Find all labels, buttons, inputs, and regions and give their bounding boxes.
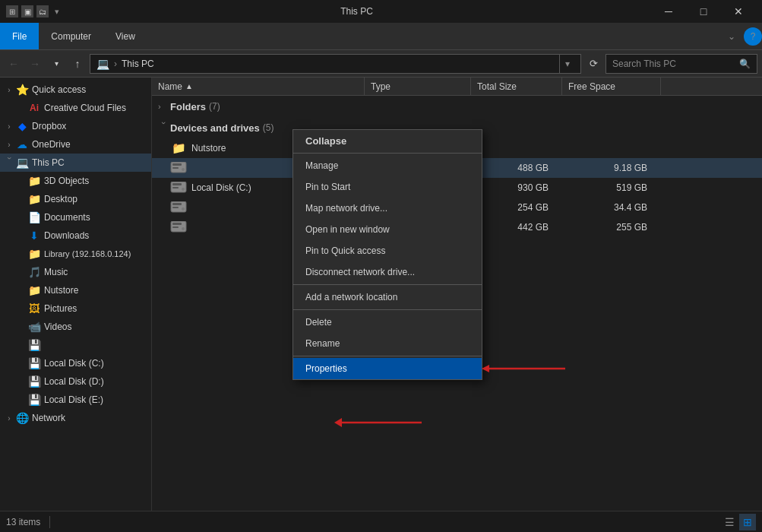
sidebar-item-local-d[interactable]: 💾 Local Disk (D:) [0,372,151,391]
address-path: 💻 › This PC [96,58,555,70]
sidebar-item-documents[interactable]: 📄 Documents [0,208,151,226]
sidebar-item-local-e[interactable]: 💾 Local Disk (E:) [0,391,151,409]
svg-point-7 [182,188,185,191]
documents-icon: 📄 [27,211,41,223]
context-menu-item-properties[interactable]: Properties [293,358,482,379]
sidebar-item-dropbox[interactable]: › ◆ Dropbox [0,117,151,135]
context-menu-item-map-network[interactable]: Map network drive... [293,198,482,219]
svg-point-3 [182,168,185,171]
library-icon: 📁 [27,248,41,260]
quick-access-icon: ⭐ [15,84,29,96]
up-button[interactable]: ↑ [68,55,87,73]
section-devices-count: (5) [263,122,274,133]
sidebar-label-dropbox: Dropbox [32,121,66,131]
refresh-button[interactable]: ⟳ [584,55,602,73]
section-folders-title: Folders [170,101,206,112]
sidebar-item-nutstore[interactable]: 📁 Nutstore [0,281,151,299]
context-menu-item-pin-quick[interactable]: Pin to Quick access [293,240,482,261]
drive-d-icon [170,201,187,214]
col-header-free[interactable]: Free Space [562,78,661,95]
drive-d-total: 254 GB [473,202,564,213]
col-header-name[interactable]: Name ▲ [152,78,365,95]
tab-computer[interactable]: Computer [39,23,103,49]
sidebar-item-drive-unknown[interactable]: 💾 [0,336,151,354]
drive-unknown-icon: 💾 [27,339,41,351]
section-folders-expand-icon: › [158,102,170,111]
path-arrow-icon: › [114,59,117,69]
detail-view-button[interactable]: ⊞ [739,514,756,530]
sidebar-item-quick-access[interactable]: › ⭐ Quick access [0,81,151,99]
section-folders[interactable]: › Folders (7) [152,96,762,117]
sidebar-item-this-pc[interactable]: › 💻 This PC [0,154,151,172]
sidebar-item-3d-objects[interactable]: 📁 3D Objects [0,172,151,190]
back-button[interactable]: ← [5,55,23,73]
col-header-type[interactable]: Type [365,78,471,95]
list-view-button[interactable]: ☰ [721,514,738,530]
sidebar-label-library: Library (192.168.0.124) [44,249,131,258]
title-bar: ⊞ ▣ 🗂 ▾ This PC ─ □ ✕ [0,0,762,23]
sidebar-label-local-e: Local Disk (E:) [44,394,103,405]
drive-e-icon [170,221,187,233]
svg-point-15 [182,227,185,230]
sort-arrow-name: ▲ [185,82,193,90]
sidebar-item-music[interactable]: 🎵 Music [0,263,151,281]
dropdown-recent-button[interactable]: ▾ [47,55,65,73]
sidebar-label-this-pc: This PC [32,157,65,168]
sidebar-item-pictures[interactable]: 🖼 Pictures [0,299,151,318]
path-this-pc: This PC [122,59,154,69]
ctx-separator-3 [293,309,482,310]
item-count: 13 items [6,517,40,527]
status-bar: 13 items ☰ ⊞ [0,511,762,532]
address-input[interactable]: 💻 › This PC ▾ [90,54,581,74]
forward-button[interactable]: → [26,55,44,73]
sidebar-item-local-c[interactable]: 💾 Local Disk (C:) [0,354,151,372]
title-bar-icons: ⊞ ▣ 🗂 ▾ [6,5,62,17]
search-icon: 🔍 [739,59,751,69]
search-box[interactable]: Search This PC 🔍 [605,54,757,74]
maximize-button[interactable]: □ [686,0,721,23]
expand-arrow-this-pc: › [5,157,14,169]
svg-rect-5 [172,183,182,185]
context-menu-item-rename[interactable]: Rename [293,333,482,354]
sidebar-item-onedrive[interactable]: › ☁ OneDrive [0,135,151,154]
context-menu-item-open-new[interactable]: Open in new window [293,219,482,240]
content-area: Name ▲ Type Total Size Free Space › Fold… [152,78,762,511]
3d-objects-icon: 📁 [27,175,41,187]
context-menu-item-add-location[interactable]: Add a network location [293,287,482,308]
sidebar-label-local-d: Local Disk (D:) [44,376,104,387]
drive-c-total: 930 GB [473,182,564,193]
context-menu-item-delete[interactable]: Delete [293,312,482,333]
sidebar-label-network: Network [32,413,65,423]
address-dropdown-button[interactable]: ▾ [559,54,574,74]
minimize-button[interactable]: ─ [651,0,686,23]
svg-rect-6 [172,187,179,188]
close-button[interactable]: ✕ [721,0,756,23]
sidebar-label-videos: Videos [44,321,71,332]
section-devices-expand-icon: › [160,122,169,134]
context-menu-item-collapse[interactable]: Collapse [293,130,482,151]
expand-arrow-network: › [3,414,15,423]
col-header-total[interactable]: Total Size [471,78,562,95]
tab-view[interactable]: View [103,23,147,49]
context-menu-item-disconnect[interactable]: Disconnect network drive... [293,261,482,283]
onedrive-icon: ☁ [15,138,29,150]
sidebar-item-videos[interactable]: 📹 Videos [0,318,151,336]
sidebar-item-desktop[interactable]: 📁 Desktop [0,190,151,208]
tab-file[interactable]: File [0,23,39,49]
sidebar-item-network[interactable]: › 🌐 Network [0,409,151,427]
sidebar-item-creative-cloud[interactable]: Ai Creative Cloud Files [0,99,151,117]
context-menu-item-manage[interactable]: Manage [293,155,482,176]
app-icon-file: 🗂 [36,5,49,17]
sidebar-item-library[interactable]: 📁 Library (192.168.0.124) [0,245,151,263]
section-devices-title: Devices and drives [170,122,260,134]
ribbon-expand-button[interactable]: ⌄ [722,27,741,46]
sidebar-item-downloads[interactable]: ⬇ Downloads [0,226,151,245]
window-controls[interactable]: ─ □ ✕ [651,0,756,23]
path-computer-icon: 💻 [96,58,109,70]
drive-unknown1-free: 9.18 GB [564,163,662,173]
help-button[interactable]: ? [744,27,762,46]
sidebar-label-desktop: Desktop [44,194,77,204]
ctx-separator-4 [293,356,482,356]
context-menu-item-pin-start[interactable]: Pin to Start [293,176,482,198]
ctx-separator-1 [293,153,482,154]
